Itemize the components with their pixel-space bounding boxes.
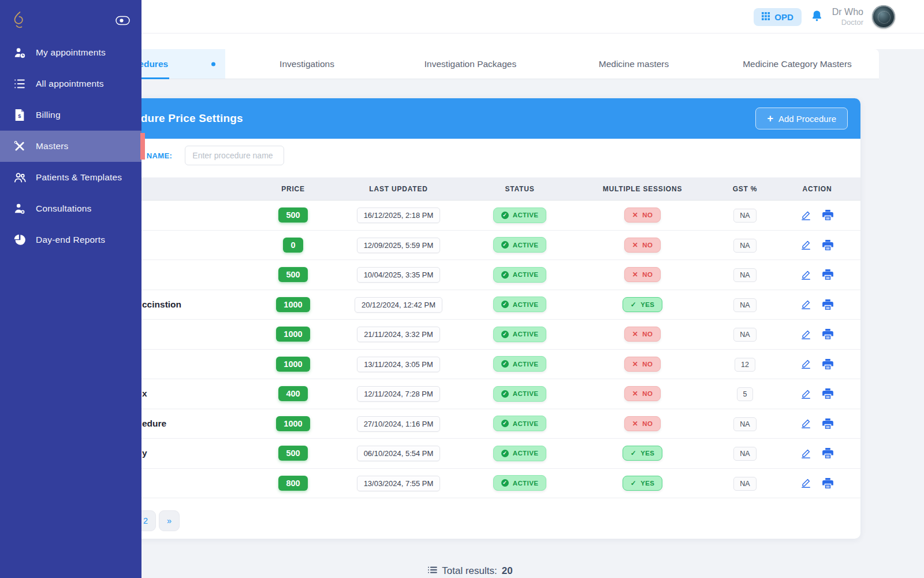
edit-icon[interactable] bbox=[801, 240, 811, 250]
sessions-mark-icon: ✕ bbox=[632, 212, 638, 218]
status-badge: ✓ ACTIVE bbox=[493, 416, 547, 431]
consult-icon bbox=[13, 202, 27, 215]
gst-pill: NA bbox=[733, 417, 756, 431]
gst-pill: NA bbox=[733, 239, 756, 253]
check-circle-icon: ✓ bbox=[501, 420, 509, 427]
sessions-mark-icon: ✓ bbox=[631, 450, 636, 457]
print-icon[interactable] bbox=[822, 418, 833, 429]
sessions-mark-icon: ✓ bbox=[631, 480, 636, 487]
table-row: ccinstion 1000 20/12/2024, 12:42 PM ✓ AC… bbox=[75, 290, 860, 320]
print-icon[interactable] bbox=[822, 299, 833, 310]
edit-icon[interactable] bbox=[801, 210, 811, 220]
sidebar-item-day-end-reports[interactable]: Day-end Reports bbox=[0, 224, 141, 255]
price-badge: 1000 bbox=[276, 297, 310, 312]
table-body: 500 16/12/2025, 2:18 PM ✓ ACTIVE ✕ NO NA… bbox=[75, 201, 860, 498]
grid-icon bbox=[762, 12, 770, 22]
edit-icon[interactable] bbox=[801, 389, 811, 399]
column-header-multiple-sessions: MULTIPLE SESSIONS bbox=[603, 185, 682, 193]
multiple-sessions-badge: ✕ NO bbox=[624, 267, 661, 282]
add-procedure-button[interactable]: + Add Procedure bbox=[755, 108, 848, 129]
pagination: 2» bbox=[135, 510, 860, 531]
gst-pill: NA bbox=[733, 447, 756, 461]
tab-label: Medicine masters bbox=[599, 59, 669, 69]
svg-text:$: $ bbox=[18, 113, 21, 119]
edit-icon[interactable] bbox=[801, 359, 811, 369]
print-icon[interactable] bbox=[822, 359, 833, 369]
status-badge: ✓ ACTIVE bbox=[493, 327, 547, 342]
print-icon[interactable] bbox=[822, 478, 833, 488]
check-circle-icon: ✓ bbox=[501, 301, 509, 308]
tab-medicine-masters[interactable]: Medicine masters bbox=[552, 49, 716, 79]
gst-pill: NA bbox=[733, 328, 756, 342]
table-row: 1000 21/11/2024, 3:32 PM ✓ ACTIVE ✕ NO N… bbox=[75, 320, 860, 350]
next-page-button[interactable]: » bbox=[159, 510, 180, 531]
total-results: Total results: 20 bbox=[62, 565, 879, 577]
table-row: edure 1000 27/10/2024, 1:16 PM ✓ ACTIVE … bbox=[75, 409, 860, 439]
edit-icon[interactable] bbox=[801, 478, 811, 488]
price-badge: 400 bbox=[278, 386, 307, 401]
price-badge: 1000 bbox=[276, 357, 310, 372]
total-results-label: Total results: bbox=[442, 565, 497, 577]
sidebar-item-masters[interactable]: Masters bbox=[0, 131, 141, 162]
gst-pill: NA bbox=[733, 268, 756, 282]
multiple-sessions-badge: ✓ YES bbox=[623, 297, 663, 312]
notifications-button[interactable] bbox=[810, 9, 824, 25]
sidebar-item-patients-templates[interactable]: Patients & Templates bbox=[0, 162, 141, 193]
print-icon[interactable] bbox=[822, 240, 833, 250]
multiple-sessions-badge: ✕ NO bbox=[624, 208, 661, 223]
print-icon[interactable] bbox=[822, 329, 833, 339]
gst-pill: NA bbox=[733, 209, 756, 223]
print-icon[interactable] bbox=[822, 448, 833, 458]
tab-investigation-packages[interactable]: Investigation Packages bbox=[389, 49, 552, 79]
avatar[interactable] bbox=[872, 5, 895, 28]
table-row: 500 10/04/2025, 3:35 PM ✓ ACTIVE ✕ NO NA bbox=[75, 260, 860, 290]
print-icon[interactable] bbox=[822, 210, 833, 220]
last-updated-pill: 10/04/2025, 3:35 PM bbox=[357, 267, 441, 283]
sidebar-item-label: My appointments bbox=[36, 47, 106, 58]
active-tab-dot bbox=[211, 62, 215, 66]
procedure-name-input[interactable] bbox=[185, 146, 284, 165]
procedure-settings-panel: Procedure Price Settings + Add Procedure… bbox=[75, 98, 860, 539]
last-updated-pill: 12/09/2025, 5:59 PM bbox=[357, 238, 441, 253]
status-badge: ✓ ACTIVE bbox=[493, 267, 547, 283]
multiple-sessions-badge: ✕ NO bbox=[624, 386, 661, 401]
sidebar-item-billing[interactable]: $ Billing bbox=[0, 99, 141, 131]
last-updated-pill: 20/12/2024, 12:42 PM bbox=[355, 297, 442, 313]
check-circle-icon: ✓ bbox=[501, 360, 509, 368]
print-icon[interactable] bbox=[822, 388, 833, 399]
sidebar-item-consultations[interactable]: Consultations bbox=[0, 193, 141, 224]
column-header-status: STATUS bbox=[505, 185, 534, 193]
sessions-mark-icon: ✕ bbox=[632, 271, 638, 278]
tab-label: Investigation Packages bbox=[424, 59, 516, 69]
sidebar-toggle[interactable] bbox=[116, 16, 130, 28]
user-name: Dr Who bbox=[832, 6, 863, 18]
edit-icon[interactable] bbox=[801, 270, 811, 280]
table-row: 0 12/09/2025, 5:59 PM ✓ ACTIVE ✕ NO NA bbox=[75, 231, 860, 261]
edit-icon[interactable] bbox=[801, 449, 811, 458]
edit-icon[interactable] bbox=[801, 418, 811, 428]
edit-icon[interactable] bbox=[801, 299, 811, 309]
sessions-mark-icon: ✕ bbox=[632, 242, 638, 249]
check-circle-icon: ✓ bbox=[501, 212, 509, 219]
people-icon bbox=[13, 171, 27, 184]
sessions-mark-icon: ✓ bbox=[631, 301, 636, 308]
print-icon[interactable] bbox=[822, 269, 833, 280]
table-row: 500 16/12/2025, 2:18 PM ✓ ACTIVE ✕ NO NA bbox=[75, 201, 860, 231]
sidebar-item-all-appointments[interactable]: All appointments bbox=[0, 68, 141, 99]
edit-icon[interactable] bbox=[801, 329, 811, 339]
gst-pill: NA bbox=[733, 477, 756, 491]
check-circle-icon: ✓ bbox=[501, 331, 509, 338]
panel-header: Procedure Price Settings + Add Procedure bbox=[75, 98, 860, 139]
tab-investigations[interactable]: Investigations bbox=[225, 49, 389, 79]
sessions-mark-icon: ✕ bbox=[632, 420, 638, 427]
tab-medicine-category-masters[interactable]: Medicine Category Masters bbox=[716, 49, 879, 79]
opd-button[interactable]: OPD bbox=[754, 8, 802, 26]
gst-pill: NA bbox=[733, 298, 756, 312]
selected-item-stripe bbox=[140, 133, 145, 160]
tab-label: Investigations bbox=[280, 59, 334, 69]
invoice-icon: $ bbox=[13, 109, 27, 121]
sidebar-item-my-appointments[interactable]: My appointments bbox=[0, 37, 141, 68]
user-info[interactable]: Dr Who Doctor bbox=[832, 6, 863, 27]
column-header-action: ACTION bbox=[803, 185, 832, 193]
bell-icon bbox=[810, 9, 824, 25]
